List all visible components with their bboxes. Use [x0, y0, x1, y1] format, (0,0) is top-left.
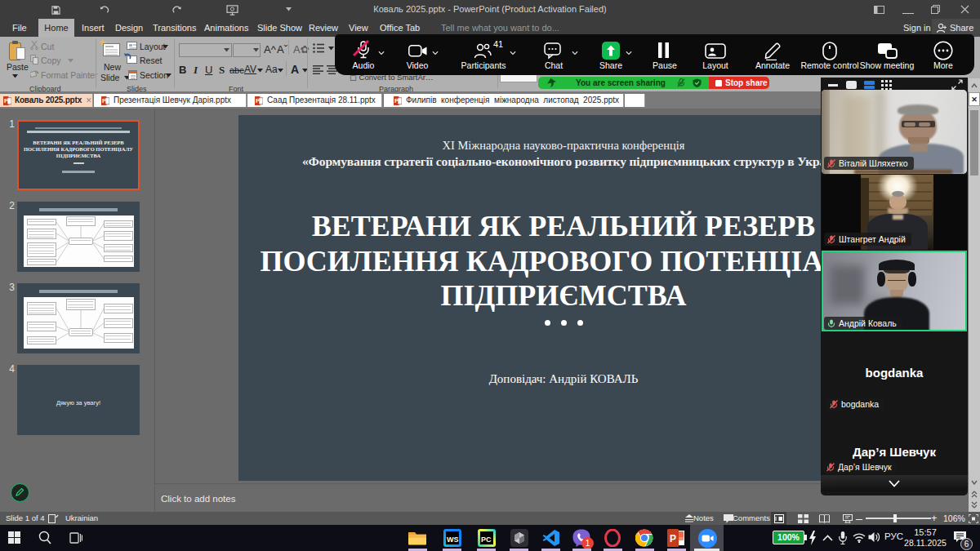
svg-text:PC: PC — [481, 535, 492, 544]
svg-text:P: P — [670, 533, 676, 544]
svg-text:WS: WS — [447, 535, 459, 544]
svg-text:P: P — [256, 97, 260, 104]
svg-text:P: P — [102, 97, 106, 104]
svg-text:P: P — [4, 97, 8, 104]
svg-text:P: P — [394, 97, 399, 104]
